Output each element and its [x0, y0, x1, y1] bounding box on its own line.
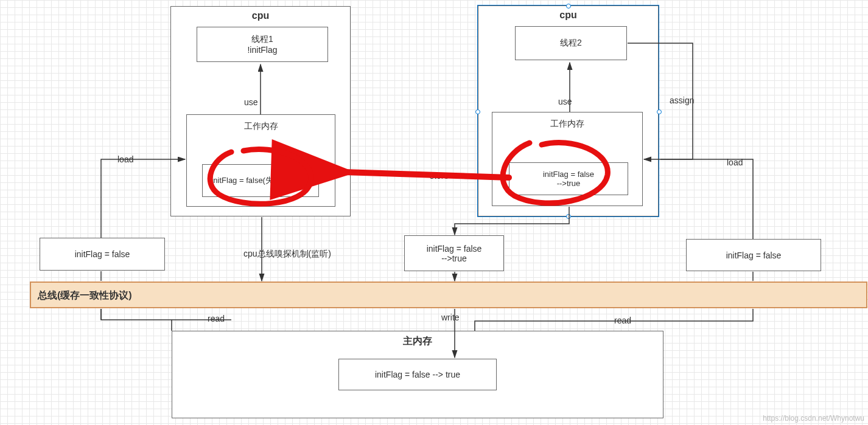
- snoop-label: cpu总线嗅探机制(监听): [243, 249, 331, 260]
- write-label: write: [441, 313, 460, 322]
- right-cache-box: initFlag = false: [686, 239, 821, 271]
- load-left-label: load: [117, 154, 133, 164]
- selection-handle[interactable]: [566, 4, 571, 9]
- left-cache-box: initFlag = false: [40, 238, 165, 271]
- cpu2-use-label: use: [558, 97, 572, 106]
- cpu2-assign-label: assign: [670, 95, 694, 105]
- cpu1-workmem-title: 工作内存: [244, 117, 278, 132]
- read-right-label: read: [614, 316, 631, 325]
- cpu1-workmem-value: initFlag = false(失效) -->true: [202, 164, 319, 197]
- selection-handle[interactable]: [566, 214, 571, 219]
- selection-handle[interactable]: [657, 109, 662, 114]
- cpu1-title: cpu: [171, 10, 350, 21]
- mainmem-value-box: initFlag = false --> true: [338, 359, 497, 390]
- selection-handle[interactable]: [475, 109, 480, 114]
- cpu1-thread-box: 线程1 !initFlag: [197, 27, 328, 62]
- cpu2-thread-box: 线程2: [515, 26, 627, 60]
- cpu2-title: cpu: [478, 10, 658, 21]
- store-label: store: [430, 171, 449, 181]
- bus-label: 总线(缓存一致性协议): [38, 289, 132, 302]
- read-left-label: read: [208, 314, 225, 323]
- bus-bar: [30, 282, 867, 308]
- load-right-label: load: [727, 157, 743, 167]
- cpu2-workmem-value: initFlag = false -->true: [509, 162, 628, 195]
- cpu2-workmem-title: 工作内存: [550, 115, 584, 130]
- store-box: initFlag = false -->true: [404, 235, 504, 271]
- cpu1-use-label: use: [244, 97, 258, 107]
- mainmem-title: 主内存: [172, 335, 663, 348]
- watermark: https://blog.csdn.net/Whynotwu: [763, 414, 864, 423]
